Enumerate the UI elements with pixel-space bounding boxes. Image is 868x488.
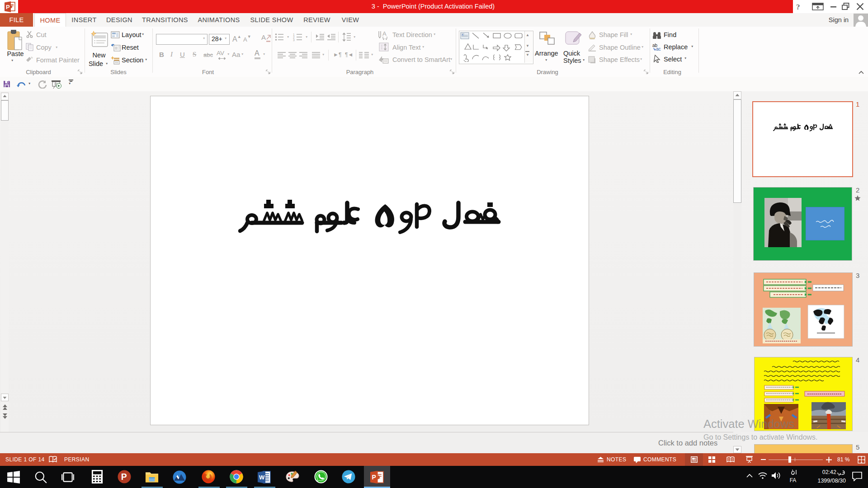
- svg-text:3: 3: [293, 38, 295, 41]
- svg-text:A: A: [462, 33, 463, 36]
- svg-text:ac: ac: [656, 47, 661, 51]
- svg-text:P: P: [121, 472, 127, 482]
- svg-text:P: P: [372, 474, 376, 481]
- svg-text:A: A: [382, 30, 387, 37]
- svg-text:A: A: [261, 33, 266, 41]
- svg-text:W: W: [259, 474, 265, 481]
- svg-text:?: ?: [796, 3, 800, 11]
- svg-text:P: P: [6, 4, 10, 10]
